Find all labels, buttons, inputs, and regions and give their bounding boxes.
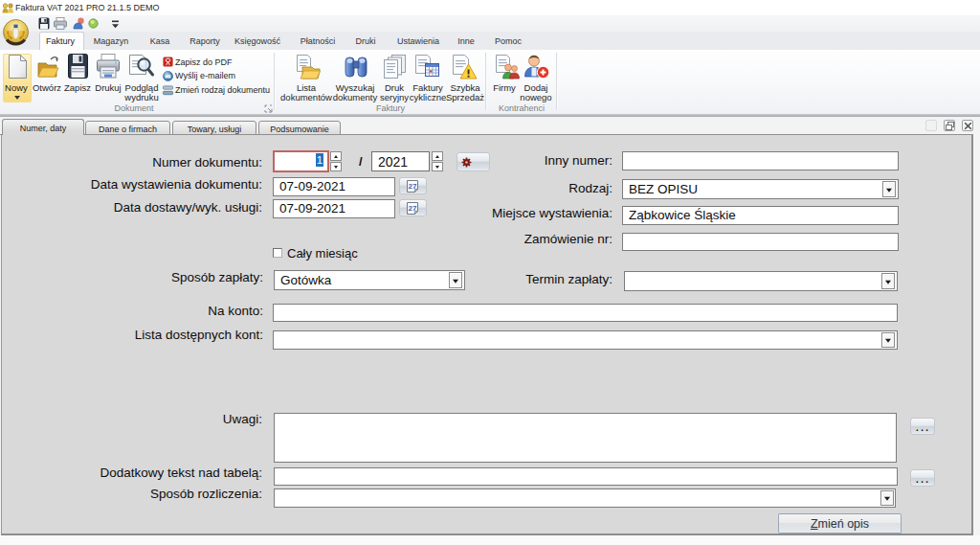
svg-text:27: 27 [409, 204, 417, 213]
svg-text:27: 27 [409, 182, 417, 191]
